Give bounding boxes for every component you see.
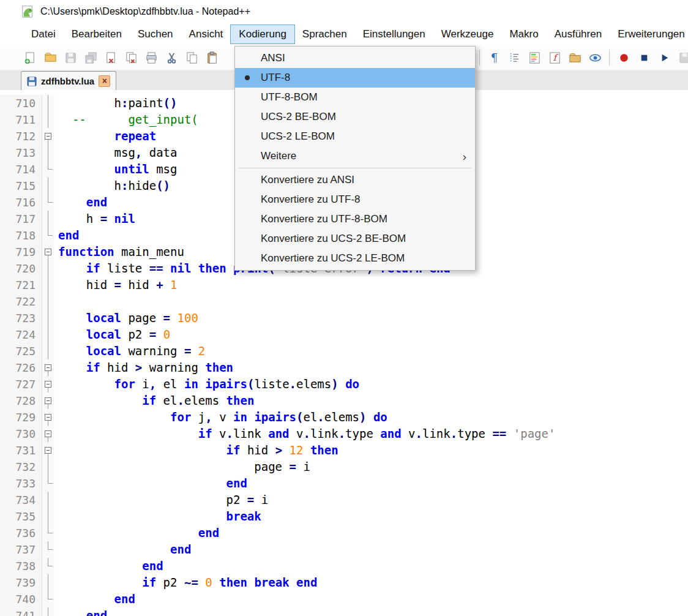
start-recording-button[interactable] xyxy=(616,50,632,66)
code-text[interactable]: msg, data xyxy=(54,145,178,161)
encoding-menu-item-ansi[interactable]: ANSI xyxy=(235,48,475,68)
paste-button[interactable] xyxy=(204,50,220,66)
line-number: 726 xyxy=(0,359,42,376)
fold-collapse-icon[interactable] xyxy=(42,244,54,260)
code-text[interactable]: p2 = i xyxy=(54,492,268,508)
code-line-722: 722 xyxy=(0,293,688,310)
document-map-button[interactable] xyxy=(526,50,542,66)
fold-collapse-icon[interactable] xyxy=(42,426,54,442)
code-text[interactable]: local warning = 2 xyxy=(54,343,205,359)
code-text[interactable]: h:paint() xyxy=(54,95,178,111)
code-text[interactable]: local page = 100 xyxy=(54,310,198,326)
code-text[interactable]: if p2 ~= 0 then break end xyxy=(54,574,317,591)
menu-datei[interactable]: Datei xyxy=(23,25,64,43)
token: hid xyxy=(240,443,275,457)
token: el xyxy=(156,377,184,391)
menu-ansicht[interactable]: Ansicht xyxy=(181,25,231,43)
code-text[interactable]: h = nil xyxy=(54,211,135,227)
menu-makro[interactable]: Makro xyxy=(501,25,546,43)
encoding-menu-item-ucs-2-be-bom[interactable]: UCS-2 BE-BOM xyxy=(235,107,475,127)
tab-zdfhbbtv-lua[interactable]: zdfhbbtv.lua × xyxy=(21,71,116,91)
fold-collapse-icon[interactable] xyxy=(42,376,54,393)
menu-sprachen[interactable]: Sprachen xyxy=(294,25,355,43)
code-text[interactable]: end xyxy=(54,227,79,244)
show-all-characters-button[interactable]: ¶ xyxy=(486,50,502,66)
tab-close-icon[interactable]: × xyxy=(99,75,110,87)
menu-erweiterungen[interactable]: Erweiterungen xyxy=(610,25,688,43)
code-text[interactable]: end xyxy=(54,591,135,607)
code-text[interactable]: if hid > 12 then xyxy=(54,442,338,459)
code-text[interactable]: break xyxy=(54,508,261,525)
menu-bearbeiten[interactable]: Bearbeiten xyxy=(64,25,130,43)
menu-suchen[interactable]: Suchen xyxy=(130,25,181,43)
function-list-button[interactable]: f xyxy=(547,50,563,66)
menu-werkzeuge[interactable]: Werkzeuge xyxy=(433,25,502,43)
code-text[interactable]: if el.elems then xyxy=(54,393,254,409)
code-text[interactable]: repeat xyxy=(54,128,156,145)
encoding-menu-item-ucs-2-le-bom[interactable]: UCS-2 LE-BOM xyxy=(235,127,475,146)
code-text[interactable]: end xyxy=(54,475,247,492)
copy-button[interactable] xyxy=(184,50,200,66)
code-text[interactable]: hid = hid + 1 xyxy=(54,277,178,293)
token: h xyxy=(58,179,121,192)
code-text[interactable]: local p2 = 0 xyxy=(54,326,170,343)
token xyxy=(198,377,205,391)
token: . xyxy=(451,427,457,440)
close-button[interactable] xyxy=(103,50,119,66)
encoding-menu-item-konvertiere-zu-ucs-2-be-bom[interactable]: Konvertiere zu UCS-2 BE-BOM xyxy=(235,229,475,249)
show-indent-guide-button[interactable] xyxy=(506,50,522,66)
code-text[interactable]: h:hide() xyxy=(54,178,170,194)
code-text[interactable]: end xyxy=(54,541,191,558)
fold-margin xyxy=(42,260,54,277)
encoding-menu-item-weitere[interactable]: Weitere› xyxy=(235,146,475,166)
code-text[interactable]: page = i xyxy=(54,459,310,475)
code-text[interactable]: end xyxy=(54,194,107,211)
encoding-menu-item-utf-8[interactable]: UTF-8 xyxy=(235,68,475,88)
encoding-menu-item-utf-8-bom[interactable]: UTF-8-BOM xyxy=(235,88,475,107)
code-text[interactable]: if hid > warning then xyxy=(54,359,233,376)
menu-kodierung[interactable]: Kodierung xyxy=(231,25,294,43)
monitoring-button[interactable] xyxy=(587,50,603,66)
window-title: C:\Users\pmk\Desktop\zdfhbbtv.lua - Note… xyxy=(40,6,250,17)
encoding-menu-item-konvertiere-zu-utf-8[interactable]: Konvertiere zu UTF-8 xyxy=(235,190,475,209)
encoding-menu-item-konvertiere-zu-ucs-2-le-bom[interactable]: Konvertiere zu UCS-2 LE-BOM xyxy=(235,249,475,268)
stop-recording-button[interactable] xyxy=(636,50,652,66)
token xyxy=(58,377,114,391)
close-all-button[interactable] xyxy=(123,50,139,66)
code-text[interactable]: function main_menu xyxy=(54,244,184,260)
code-text[interactable]: for j, v in ipairs(el.elems) do xyxy=(54,409,387,426)
folder-as-workspace-button[interactable] xyxy=(567,50,583,66)
show-all-characters-icon: ¶ xyxy=(487,51,501,65)
new-file-button[interactable] xyxy=(22,50,38,66)
code-text[interactable]: for i, el in ipairs(liste.elems) do xyxy=(54,376,359,393)
open-file-button[interactable] xyxy=(42,50,58,66)
print-button[interactable] xyxy=(143,50,159,66)
code-text[interactable]: -- get_input( xyxy=(54,111,198,128)
fold-collapse-icon[interactable] xyxy=(42,442,54,459)
fold-collapse-icon[interactable] xyxy=(42,128,54,145)
code-text[interactable] xyxy=(54,293,58,310)
code-text[interactable]: until msg xyxy=(54,161,177,178)
fold-collapse-icon[interactable] xyxy=(42,409,54,426)
fold-margin xyxy=(42,277,54,293)
fold-margin xyxy=(42,145,54,161)
menu-ausf-hren[interactable]: Ausführen xyxy=(547,25,610,43)
menu-einstellungen[interactable]: Einstellungen xyxy=(355,25,433,43)
token: if xyxy=(198,427,212,440)
code-text[interactable]: if v.link and v.link.type and v.link.typ… xyxy=(54,426,555,442)
fold-margin xyxy=(42,343,54,359)
code-line-723: 723 local page = 100 xyxy=(0,310,688,326)
fold-collapse-icon[interactable] xyxy=(42,393,54,409)
code-text[interactable]: end xyxy=(54,525,219,541)
fold-collapse-icon[interactable] xyxy=(42,359,54,376)
playback-macro-button[interactable] xyxy=(656,50,672,66)
code-text[interactable]: end xyxy=(54,607,107,616)
code-text[interactable]: end xyxy=(54,558,163,574)
encoding-dropdown-menu: ANSIUTF-8UTF-8-BOMUCS-2 BE-BOMUCS-2 LE-B… xyxy=(234,46,476,271)
encoding-menu-item-konvertiere-zu-utf-8-bom[interactable]: Konvertiere zu UTF-8-BOM xyxy=(235,209,475,229)
token: paint xyxy=(128,96,163,110)
code-line-735: 735 break xyxy=(0,508,688,525)
fold-margin xyxy=(42,293,54,310)
encoding-menu-item-konvertiere-zu-ansi[interactable]: Konvertiere zu ANSI xyxy=(235,170,475,190)
cut-button[interactable] xyxy=(163,50,179,66)
